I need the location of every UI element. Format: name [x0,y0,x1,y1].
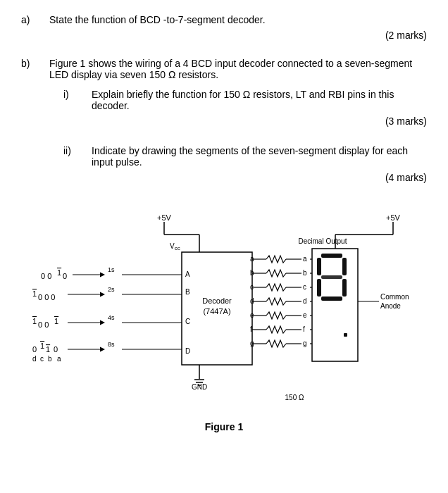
svg-text:g: g [303,339,307,347]
svg-text:f: f [303,325,305,333]
svg-text:2s: 2s [108,286,115,293]
svg-text:1s: 1s [108,266,115,273]
svg-text:a: a [303,255,307,263]
svg-text:0 0: 0 0 [38,320,49,329]
svg-text:Decimal Output: Decimal Output [299,237,347,245]
svg-text:c: c [303,283,306,291]
svg-rect-49 [321,254,342,258]
svg-text:Anode: Anode [380,302,401,310]
svg-text:d: d [32,355,37,363]
q-a-content: State the function of BCD -to-7-segment … [49,14,427,51]
svg-text:150 Ω: 150 Ω [285,394,304,401]
svg-text:f: f [250,325,252,333]
sub-ii-marks: (4 marks) [92,172,427,183]
svg-rect-50 [317,258,321,275]
svg-rect-54 [342,279,347,297]
svg-text:(7447A): (7447A) [203,307,230,316]
sub-question-ii: ii) Indicate by drawing the segments of … [63,145,427,193]
svg-text:B: B [185,288,190,296]
svg-text:d: d [303,297,307,305]
svg-text:Vcc: Vcc [170,242,180,251]
svg-text:1: 1 [46,345,50,354]
svg-text:1: 1 [40,342,44,350]
svg-text:D: D [185,347,190,355]
svg-text:1: 1 [57,268,61,277]
svg-text:1: 1 [32,317,37,325]
svg-text:e: e [303,311,307,319]
svg-text:1: 1 [32,289,37,298]
svg-text:A: A [185,270,190,278]
svg-text:0: 0 [54,345,58,354]
q-b-text: Figure 1 shows the wiring of a 4 BCD inp… [49,58,412,80]
figure-caption: Figure 1 [205,421,243,432]
svg-text:C: C [185,318,190,325]
sub-i-text: Explain briefly the function for 150 Ω r… [92,89,394,111]
svg-text:Common: Common [380,293,409,301]
svg-text:a: a [57,355,61,363]
sub-ii-content: Indicate by drawing the segments of the … [92,145,427,193]
svg-rect-56 [344,333,347,337]
svg-rect-51 [342,258,347,275]
sub-i-marks: (3 marks) [92,116,427,127]
svg-text:b: b [303,269,307,277]
svg-text:+5V: +5V [157,213,172,222]
sub-i-content: Explain briefly the function for 150 Ω r… [92,89,427,137]
q-a-text: State the function of BCD -to-7-segment … [49,14,266,25]
question-b: b) Figure 1 shows the wiring of a 4 BCD … [21,58,427,193]
svg-text:0 0: 0 0 [41,272,51,280]
svg-rect-53 [317,279,321,297]
sub-question-i: i) Explain briefly the function for 150 … [63,89,427,137]
svg-text:b: b [48,355,52,363]
figure-container: +5V Vcc +5V Decoder (7447A) A B C D GND … [21,210,427,432]
q-a-label: a) [21,14,49,51]
svg-rect-52 [321,275,342,279]
sub-ii-label: ii) [63,145,92,193]
q-b-content: Figure 1 shows the wiring of a 4 BCD inp… [49,58,427,193]
svg-text:4s: 4s [108,314,115,321]
svg-text:0 0 0: 0 0 0 [38,293,55,301]
svg-text:+5V: +5V [386,213,401,222]
svg-text:c: c [40,355,44,363]
svg-text:8s: 8s [108,341,115,348]
svg-text:Decoder: Decoder [202,297,232,305]
svg-text:0: 0 [63,272,67,280]
question-a: a) State the function of BCD -to-7-segme… [21,14,427,51]
sub-i-label: i) [63,89,92,137]
svg-text:1: 1 [54,317,58,325]
svg-text:0: 0 [32,345,37,354]
svg-rect-55 [321,297,342,301]
sub-ii-text: Indicate by drawing the segments of the … [92,145,408,168]
q-a-marks: (2 marks) [49,30,427,41]
svg-text:GND: GND [192,383,207,391]
circuit-diagram: +5V Vcc +5V Decoder (7447A) A B C D GND … [20,210,428,414]
q-b-label: b) [21,58,49,193]
